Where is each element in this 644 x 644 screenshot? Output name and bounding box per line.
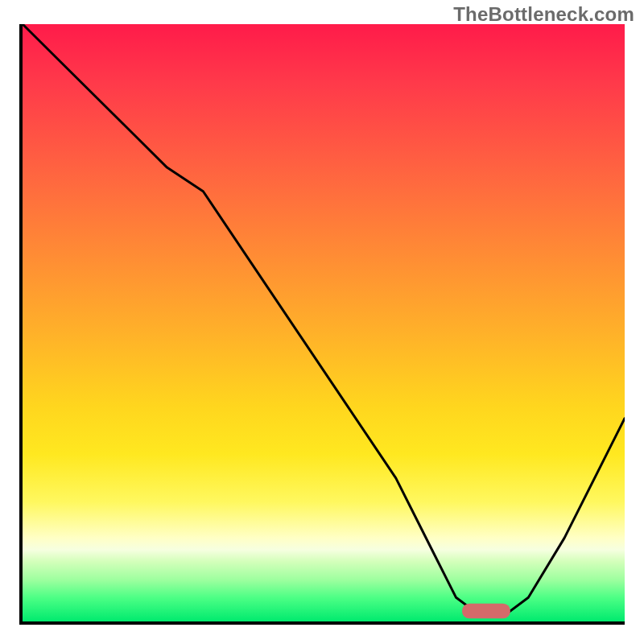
highlight-marker [462, 604, 510, 619]
watermark-label: TheBottleneck.com [453, 3, 634, 26]
plot-frame [19, 24, 625, 625]
chart-canvas: TheBottleneck.com [0, 0, 644, 644]
bottleneck-curve [23, 24, 625, 616]
curve-svg [23, 24, 625, 621]
